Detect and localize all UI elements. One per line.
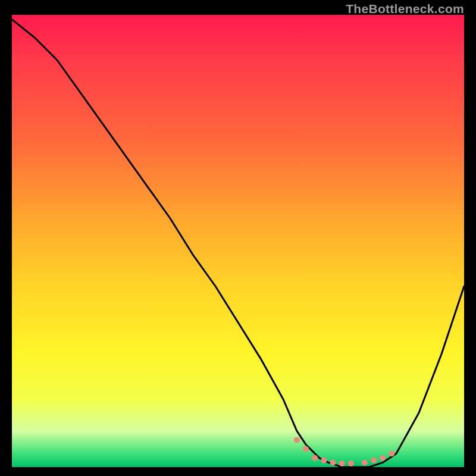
chart-frame [12, 15, 464, 467]
highlight-dots [294, 437, 395, 466]
highlight-dot [321, 458, 327, 464]
highlight-dot [348, 461, 354, 466]
highlight-dot [362, 459, 368, 465]
highlight-dot [294, 437, 300, 443]
plot-area [12, 15, 464, 467]
highlight-dot [389, 450, 394, 456]
highlight-dot [380, 455, 386, 461]
bottleneck-curve [12, 20, 464, 467]
curve-path [12, 20, 464, 467]
highlight-dot [312, 455, 318, 461]
highlight-dot [303, 446, 309, 452]
highlight-dot [339, 461, 345, 466]
highlight-dot [371, 458, 377, 464]
highlight-dot [330, 459, 336, 465]
curve-layer [12, 15, 464, 467]
watermark-text: TheBottleneck.com [346, 2, 464, 16]
